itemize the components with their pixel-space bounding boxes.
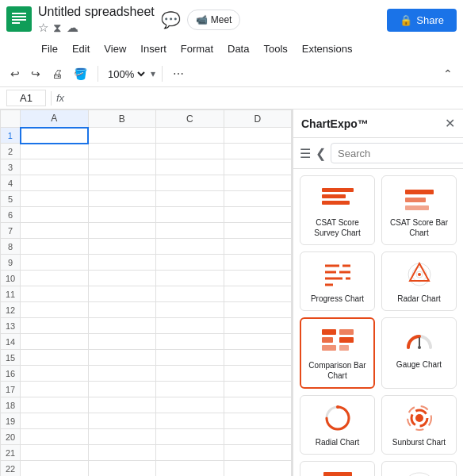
cell[interactable]	[88, 159, 156, 175]
cell[interactable]	[156, 397, 224, 413]
formula-input[interactable]	[69, 92, 457, 104]
cell[interactable]	[88, 128, 156, 144]
cell[interactable]	[21, 334, 89, 350]
cell[interactable]	[156, 318, 224, 334]
chart-item-gauge[interactable]: Gauge Chart	[381, 317, 457, 389]
cell[interactable]	[156, 334, 224, 350]
cell[interactable]	[156, 255, 224, 271]
doc-title[interactable]: Untitled spreadsheet	[38, 5, 155, 19]
cell[interactable]	[88, 207, 156, 223]
cell[interactable]	[21, 144, 89, 159]
cell[interactable]	[224, 159, 292, 175]
cell[interactable]	[21, 350, 89, 366]
cell[interactable]	[224, 429, 292, 445]
cell[interactable]	[88, 191, 156, 207]
cell[interactable]	[224, 318, 292, 334]
cell[interactable]	[224, 461, 292, 477]
cell[interactable]	[21, 191, 89, 207]
cell[interactable]	[21, 302, 89, 318]
cell[interactable]	[88, 286, 156, 302]
cell[interactable]	[224, 445, 292, 461]
history-icon[interactable]: ⧗	[53, 21, 62, 35]
cell[interactable]	[156, 239, 224, 255]
cell[interactable]	[21, 445, 89, 461]
cell[interactable]	[21, 318, 89, 334]
cell[interactable]	[156, 461, 224, 477]
cell[interactable]	[156, 429, 224, 445]
cell[interactable]	[88, 239, 156, 255]
menu-edit[interactable]: Edit	[66, 40, 96, 58]
cell[interactable]	[156, 445, 224, 461]
cell[interactable]	[156, 366, 224, 382]
share-button[interactable]: 🔒 Share	[387, 9, 457, 32]
cell[interactable]	[88, 382, 156, 397]
chart-item-csat-bar[interactable]: CSAT Score Bar Chart	[381, 175, 457, 245]
cell[interactable]	[156, 207, 224, 223]
cell[interactable]	[88, 366, 156, 382]
cell-reference-input[interactable]: A1	[6, 90, 46, 106]
redo-button[interactable]: ↪	[27, 64, 44, 83]
cell[interactable]	[88, 429, 156, 445]
cell[interactable]	[88, 223, 156, 239]
search-input[interactable]	[338, 148, 463, 159]
cell[interactable]	[21, 461, 89, 477]
cell[interactable]	[224, 397, 292, 413]
cell[interactable]	[224, 334, 292, 350]
chart-item-radial[interactable]: Radial Chart	[300, 395, 375, 455]
zoom-select[interactable]: 100% 75% 50%	[105, 67, 147, 81]
cell[interactable]	[156, 159, 224, 175]
cell[interactable]	[156, 350, 224, 366]
col-a-header[interactable]: A	[21, 110, 89, 128]
cell[interactable]	[224, 223, 292, 239]
cell[interactable]	[156, 175, 224, 191]
chart-item-sunburst[interactable]: Sunburst Chart	[381, 395, 457, 455]
undo-button[interactable]: ↩	[6, 64, 24, 83]
menu-data[interactable]: Data	[221, 40, 255, 58]
cell[interactable]	[224, 207, 292, 223]
cell[interactable]	[224, 302, 292, 318]
cell[interactable]	[156, 382, 224, 397]
cell[interactable]	[88, 445, 156, 461]
cell[interactable]	[21, 429, 89, 445]
chart-item-world-map[interactable]: World Map Chart	[381, 461, 457, 476]
cell[interactable]	[21, 271, 89, 286]
cell[interactable]	[88, 271, 156, 286]
cell[interactable]	[21, 382, 89, 397]
cell[interactable]	[88, 144, 156, 159]
col-d-header[interactable]: D	[224, 110, 292, 128]
star-icon[interactable]: ☆	[38, 21, 48, 35]
cell[interactable]	[224, 350, 292, 366]
meet-button[interactable]: 📹 Meet	[187, 10, 241, 30]
chart-item-csat-survey[interactable]: CSAT Score Survey Chart	[300, 175, 375, 245]
cell[interactable]	[88, 175, 156, 191]
cell[interactable]	[88, 255, 156, 271]
cell[interactable]	[21, 366, 89, 382]
paint-format-button[interactable]: 🪣	[70, 64, 91, 83]
print-button[interactable]: 🖨	[48, 64, 67, 83]
panel-collapse-icon[interactable]: ❮	[316, 146, 326, 161]
cell[interactable]	[224, 239, 292, 255]
cell[interactable]	[156, 286, 224, 302]
menu-view[interactable]: View	[98, 40, 132, 58]
cell[interactable]	[224, 382, 292, 397]
cell[interactable]	[21, 397, 89, 413]
collapse-button[interactable]: ⌃	[439, 64, 457, 83]
cell[interactable]	[156, 413, 224, 429]
cell[interactable]	[156, 271, 224, 286]
cell[interactable]	[88, 318, 156, 334]
chart-item-progress[interactable]: Progress Chart	[300, 251, 375, 311]
menu-extensions[interactable]: Extensions	[296, 40, 359, 58]
cell[interactable]	[224, 286, 292, 302]
cell[interactable]	[21, 255, 89, 271]
chart-item-funnel[interactable]: Funnel Chart	[300, 461, 375, 476]
cell[interactable]	[21, 286, 89, 302]
cell[interactable]	[156, 223, 224, 239]
cell[interactable]	[88, 413, 156, 429]
cell[interactable]	[156, 128, 224, 144]
menu-insert[interactable]: Insert	[134, 40, 173, 58]
cell[interactable]	[156, 191, 224, 207]
cloud-icon[interactable]: ☁	[67, 21, 78, 35]
chart-item-radar[interactable]: Radar Chart	[381, 251, 457, 311]
menu-file[interactable]: File	[35, 40, 64, 58]
cell[interactable]	[224, 191, 292, 207]
